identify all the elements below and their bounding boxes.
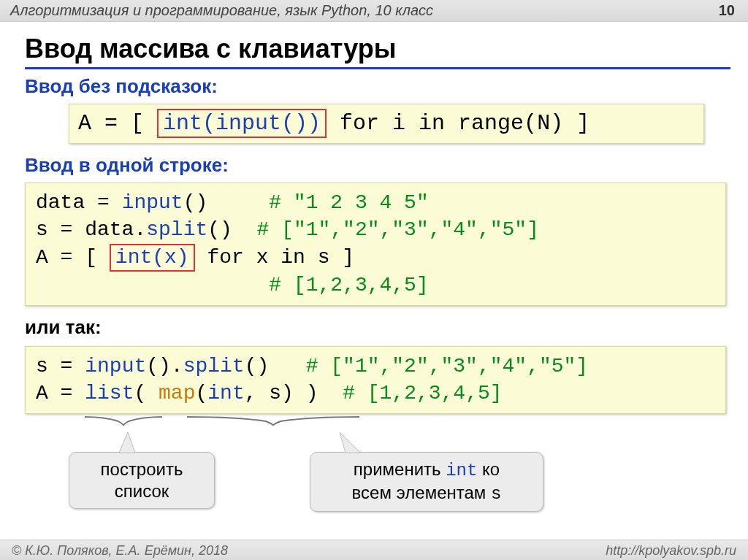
code-text: data = bbox=[36, 191, 122, 214]
code-text: () bbox=[245, 355, 306, 377]
code-text: for i in range(N) ] bbox=[327, 111, 589, 136]
code-keyword: list bbox=[85, 382, 134, 404]
code-comment: # ["1","2","3","4","5"] bbox=[306, 355, 588, 377]
bubble-text: применить int ко bbox=[324, 459, 530, 482]
brace-icon bbox=[186, 415, 361, 430]
code-keyword: split bbox=[183, 355, 245, 377]
code-text: ( bbox=[195, 382, 207, 404]
code-pad bbox=[36, 274, 269, 296]
copyright: © К.Ю. Поляков, Е.А. Ерёмин, 2018 bbox=[12, 543, 228, 557]
footer-url: http://kpolyakov.spb.ru bbox=[606, 543, 736, 557]
svg-marker-0 bbox=[119, 432, 135, 453]
code-comment: # ["1","2","3","4","5"] bbox=[256, 218, 538, 241]
code-text: , s) ) bbox=[245, 382, 343, 404]
code-text: A = [ bbox=[78, 111, 157, 136]
callout-bubble-list: построить список bbox=[69, 452, 215, 509]
section3-heading: или так: bbox=[25, 316, 730, 339]
title-rule bbox=[25, 67, 730, 69]
code-text: s = bbox=[36, 355, 85, 377]
code-keyword: input bbox=[85, 355, 146, 377]
highlighted-int-x: int(x) bbox=[110, 244, 195, 272]
course-title: Алгоритмизация и программирование, язык … bbox=[10, 2, 433, 19]
codebox-3: s = input().split() # ["1","2","3","4","… bbox=[25, 346, 726, 415]
svg-marker-1 bbox=[340, 432, 360, 453]
brace-icon bbox=[83, 415, 164, 430]
code-text: ( bbox=[134, 382, 159, 404]
codebox-1: A = [ int(input()) for i in range(N) ] bbox=[69, 104, 704, 144]
section1-heading: Ввод без подсказок: bbox=[25, 75, 730, 98]
code-keyword: input bbox=[122, 191, 183, 214]
page-number: 10 bbox=[719, 2, 735, 19]
code-text: for x in s ] bbox=[195, 246, 354, 269]
slide-header: Алгоритмизация и программирование, язык … bbox=[0, 0, 748, 22]
bubble-text: построить bbox=[83, 459, 201, 480]
code-text: A = [ bbox=[36, 246, 110, 269]
code-text: () bbox=[183, 191, 270, 214]
bubble-text: список bbox=[83, 480, 201, 502]
bubble-tail-icon bbox=[340, 432, 369, 454]
bubble-text: всем элементам s bbox=[324, 482, 530, 505]
callout-bubble-map: применить int ко всем элементам s bbox=[310, 452, 543, 512]
code-keyword: map bbox=[159, 382, 195, 404]
code-text: s = data. bbox=[36, 218, 146, 241]
code-comment: # [1,2,3,4,5] bbox=[343, 382, 502, 404]
code-keyword: split bbox=[146, 218, 207, 241]
codebox-2: data = input() # "1 2 3 4 5" s = data.sp… bbox=[25, 183, 726, 306]
section2-heading: Ввод в одной строке: bbox=[25, 154, 730, 177]
callouts-area: построить список применить int ко всем э… bbox=[25, 424, 730, 526]
code-text: () bbox=[207, 218, 256, 241]
code-comment: # [1,2,3,4,5] bbox=[269, 274, 428, 296]
code-comment: # "1 2 3 4 5" bbox=[269, 191, 428, 214]
bubble-tail-icon bbox=[113, 432, 142, 454]
code-keyword: int bbox=[207, 382, 244, 404]
slide-content: Ввод массива с клавиатуры Ввод без подск… bbox=[0, 22, 748, 526]
slide-footer: © К.Ю. Поляков, Е.А. Ерёмин, 2018 http:/… bbox=[0, 540, 748, 560]
slide-title: Ввод массива с клавиатуры bbox=[25, 34, 730, 64]
highlighted-int-input: int(input()) bbox=[157, 109, 327, 138]
code-text: (). bbox=[146, 355, 183, 377]
code-text: A = bbox=[36, 382, 85, 404]
